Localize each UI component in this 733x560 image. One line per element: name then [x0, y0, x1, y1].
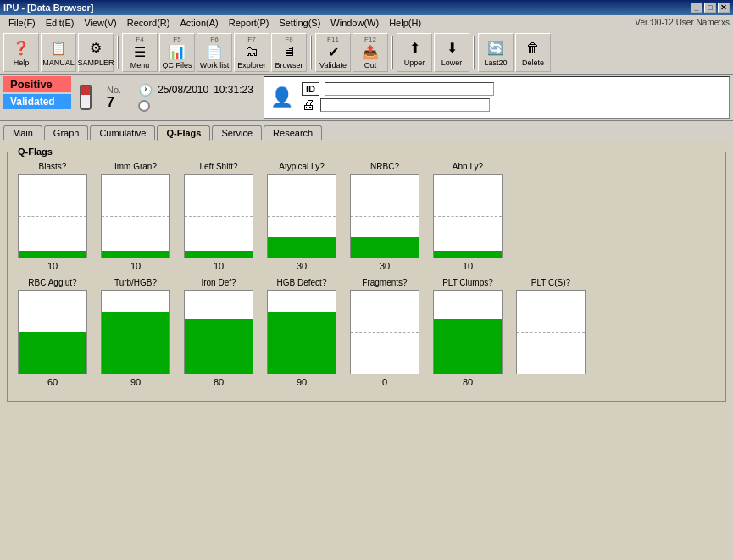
f11-label: F11 [327, 36, 339, 43]
browser-icon: 🖥 [279, 43, 299, 61]
f5-label: F5 [173, 36, 180, 43]
status-positive: Positive [3, 76, 71, 92]
flag-pltclumps-label: PLT Clumps? [442, 278, 493, 287]
tab-main[interactable]: Main [3, 125, 42, 140]
flag-leftshift: Left Shift? 10 [180, 162, 257, 271]
name-input[interactable] [320, 98, 490, 112]
menu-file[interactable]: File(F) [3, 15, 41, 30]
tab-bar: Main Graph Cumulative Q-Flags Service Re… [0, 121, 733, 140]
flag-fragments-value: 0 [382, 377, 387, 387]
flag-leftshift-dashed [185, 216, 253, 217]
sampler-icon: ⚙ [86, 38, 106, 58]
minimize-button[interactable]: _ [691, 3, 702, 13]
worklist-button[interactable]: F6 📄 Work list [197, 33, 232, 72]
flags-row-1: Blasts? 10 Imm Gran? 10 Left Shift? [14, 162, 719, 271]
menu-button[interactable]: F4 ☰ Menu [122, 33, 158, 72]
manual-button[interactable]: 📋 MANUAL [41, 33, 76, 72]
circle-indicator [138, 100, 150, 112]
browser-label: Browser [275, 61, 303, 69]
sampler-button[interactable]: ⚙ SAMPLER [78, 33, 114, 72]
flag-turbhgb-value: 90 [130, 377, 141, 387]
tab-service[interactable]: Service [212, 125, 262, 140]
flag-atypically-dashed [268, 216, 336, 217]
flag-irondef-value: 80 [214, 377, 224, 387]
flag-pltcs: PLT C(S)? [513, 278, 589, 387]
validate-button[interactable]: F11 ✔ Validate [315, 33, 351, 72]
patient-date: 25/08/2010 [158, 84, 208, 96]
delete-label: Delete [522, 58, 544, 67]
menu-record[interactable]: Record(R) [122, 15, 175, 30]
flag-blasts-bar-container [18, 174, 87, 258]
menu-report[interactable]: Report(P) [224, 15, 275, 30]
flag-immgran: Imm Gran? 10 [97, 162, 174, 271]
qcfiles-icon: 📊 [167, 43, 187, 61]
browser-button[interactable]: F8 🖥 Browser [271, 33, 307, 72]
flag-rbcagglut: RBC Agglut? 60 [14, 278, 91, 387]
flag-abnly-bar-container [433, 174, 503, 258]
upper-button[interactable]: ⬆ Upper [397, 33, 432, 72]
flag-atypically-bar-container [267, 174, 336, 258]
maximize-button[interactable]: □ [704, 3, 716, 13]
close-button[interactable]: ✕ [718, 3, 730, 13]
flag-leftshift-bar [185, 251, 253, 258]
version-info: Ver.:00-12 User Name:xs [635, 18, 730, 27]
patient-time: 10:31:23 [214, 84, 253, 96]
help-label: Help [14, 58, 30, 67]
id-input[interactable] [325, 82, 494, 96]
menu-view[interactable]: View(V) [79, 15, 121, 30]
tab-research[interactable]: Research [264, 125, 322, 140]
status-validated: Validated [3, 94, 71, 109]
tab-qflags[interactable]: Q-Flags [157, 125, 210, 141]
menu-help[interactable]: Help(H) [384, 15, 426, 30]
flag-hgbdefect-bar-container [267, 290, 336, 374]
flag-pltclumps-bar-container [433, 290, 503, 374]
menu-window[interactable]: Window(W) [325, 15, 384, 30]
flag-nrbc-value: 30 [380, 261, 390, 271]
explorer-button[interactable]: F7 🗂 Explorer [234, 33, 269, 72]
flag-abnly-bar [434, 251, 502, 258]
separator-4 [473, 36, 475, 69]
flag-irondef-bar [185, 319, 253, 374]
title-text: IPU - [Data Browser] [3, 3, 93, 13]
flag-blasts: Blasts? 10 [14, 162, 91, 271]
qcfiles-label: QC Files [162, 61, 192, 69]
flag-turbhgb: Turb/HGB? 90 [97, 278, 174, 387]
separator-1 [117, 36, 119, 69]
f7-label: F7 [247, 36, 255, 43]
tab-graph[interactable]: Graph [44, 125, 89, 140]
sampler-label: SAMPLER [78, 58, 114, 67]
help-button[interactable]: ❓ Help [3, 33, 39, 72]
menu-setting[interactable]: Setting(S) [274, 15, 325, 30]
flag-turbhgb-bar [102, 312, 169, 374]
tab-cumulative[interactable]: Cumulative [90, 125, 155, 140]
flag-pltclumps-bar [434, 319, 502, 374]
f6-label: F6 [210, 36, 218, 43]
flag-pltclumps: PLT Clumps? 80 [430, 278, 506, 387]
lower-button[interactable]: ⬇ Lower [434, 33, 469, 72]
flag-rbcagglut-bar-container [18, 290, 87, 374]
flag-irondef-label: Iron Def? [201, 278, 236, 287]
menu-action[interactable]: Action(A) [175, 15, 223, 30]
menu-edit[interactable]: Edit(E) [41, 15, 80, 30]
flag-rbcagglut-value: 60 [47, 377, 58, 387]
validate-label: Validate [319, 61, 347, 69]
flag-turbhgb-bar-container [101, 290, 170, 374]
flag-hgbdefect-bar [268, 312, 336, 374]
flag-leftshift-bar-container [184, 174, 253, 258]
last20-button[interactable]: 🔄 Last20 [478, 33, 514, 72]
worklist-icon: 📄 [204, 43, 225, 61]
delete-button[interactable]: 🗑 Delete [515, 33, 551, 72]
flag-nrbc-bar-container [350, 174, 419, 258]
sample-no-label: No. [107, 85, 121, 95]
out-button[interactable]: F12 📤 Out [353, 33, 388, 72]
flags-row-2: RBC Agglut? 60 Turb/HGB? 90 Iron Def? [14, 278, 719, 387]
flag-atypically: Atypical Ly? 30 [264, 162, 340, 271]
flag-atypically-value: 30 [297, 261, 307, 271]
upper-icon: ⬆ [404, 38, 425, 58]
flag-immgran-bar [102, 251, 169, 258]
menu-icon: ☰ [130, 43, 150, 61]
flag-hgbdefect-label: HGB Defect? [277, 278, 327, 287]
manual-icon: 📋 [48, 38, 69, 58]
qcfiles-button[interactable]: F5 📊 QC Files [159, 33, 195, 72]
flag-fragments-bar-container [350, 290, 419, 374]
